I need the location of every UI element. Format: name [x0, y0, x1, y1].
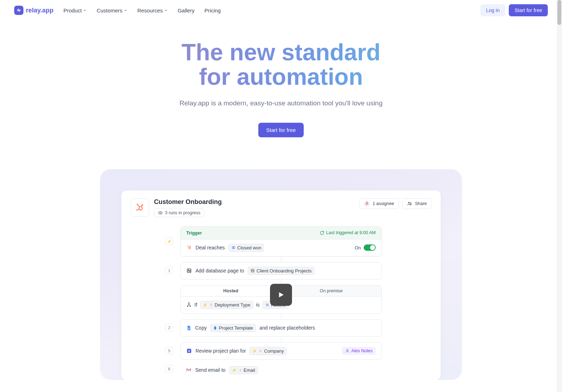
play-icon	[277, 291, 285, 299]
field-chip: ⚡ Deployment Type	[200, 301, 253, 309]
check-icon	[186, 348, 192, 354]
status-icon	[231, 245, 236, 250]
hubspot-icon	[258, 349, 262, 353]
nav-pricing[interactable]: Pricing	[204, 7, 221, 13]
template-chip: Project Template	[210, 324, 256, 332]
trigger-toggle[interactable]	[364, 244, 376, 251]
notion-icon	[186, 268, 192, 274]
svg-point-38	[347, 349, 348, 351]
step-6: 6 Send email to ⚡ Email	[180, 362, 382, 376]
logo-icon	[14, 6, 23, 15]
nav-product[interactable]: Product	[64, 7, 87, 13]
svg-line-37	[259, 350, 260, 351]
runs-badge[interactable]: 3 runs in progress	[154, 209, 204, 217]
tab-onpremise[interactable]: On premise	[281, 286, 381, 296]
step-number: 1	[165, 267, 173, 275]
scrollbar-thumb[interactable]	[557, 0, 561, 25]
step-card[interactable]: Review project plan for ⚡ Company Alex N…	[180, 342, 382, 360]
assignee-pill[interactable]: A 1 assignee	[359, 198, 398, 209]
step-2: 2 Copy Project Template and replace plac…	[180, 319, 382, 337]
chevron-down-icon	[83, 9, 87, 12]
nav-customers[interactable]: Customers	[97, 7, 127, 13]
svg-point-36	[261, 350, 261, 350]
hubspot-icon	[186, 245, 192, 250]
hero: The new standard for automation Relay.ap…	[0, 21, 562, 151]
svg-point-23	[190, 306, 191, 307]
runs-icon	[158, 210, 163, 215]
bolt-icon: ⚡	[203, 303, 207, 307]
svg-rect-32	[188, 328, 190, 328]
step-marker-bolt: ⚡	[165, 237, 173, 245]
play-button[interactable]	[270, 284, 292, 306]
svg-point-10	[408, 202, 409, 203]
svg-rect-29	[266, 304, 269, 305]
nav-right: Log in Start for free	[480, 4, 548, 16]
svg-rect-30	[266, 305, 269, 306]
trigger-card[interactable]: Trigger Last triggered at 9:00 AM Deal r…	[180, 226, 382, 256]
email-chip: ⚡ Email	[229, 366, 258, 374]
tab-hosted[interactable]: Hosted	[181, 286, 281, 296]
branch-icon	[186, 302, 192, 308]
toggle-label: On	[355, 245, 361, 250]
trigger-step: ⚡ Trigger Last triggered at 9:00 AM Deal…	[180, 226, 382, 256]
gmail-icon	[186, 367, 192, 373]
trigger-label: Trigger	[186, 230, 202, 236]
scrollbar[interactable]	[557, 0, 562, 380]
closed-won-chip: Closed won	[228, 244, 264, 252]
svg-point-14	[189, 247, 191, 249]
workflow-title: Customer Onboarding	[154, 198, 222, 206]
navbar: relay.app Product Customers Resources Ga…	[0, 0, 562, 21]
svg-line-15	[188, 246, 189, 247]
start-free-button[interactable]: Start for free	[509, 4, 548, 16]
svg-line-16	[190, 246, 191, 247]
nav-left: relay.app Product Customers Resources Ga…	[14, 6, 221, 15]
assignee-avatar: A	[364, 201, 370, 206]
svg-point-39	[240, 370, 241, 371]
svg-line-27	[210, 304, 211, 305]
step-card[interactable]: Copy Project Template and replace placeh…	[180, 319, 382, 337]
video-preview: Customer Onboarding 3 runs in progress A…	[100, 169, 462, 380]
workflow-app-icon	[131, 198, 149, 217]
refresh-icon	[320, 231, 324, 235]
google-docs-icon	[186, 325, 192, 331]
step-assignee[interactable]: Alex Noles	[342, 347, 376, 355]
list-icon	[265, 303, 269, 307]
bolt-icon: ⚡	[252, 349, 257, 353]
step-card[interactable]: Send email to ⚡ Email	[180, 362, 382, 376]
svg-marker-0	[279, 292, 284, 297]
hubspot-icon	[209, 303, 213, 307]
chevron-down-icon	[164, 9, 168, 12]
hero-subtitle: Relay.app is a modern, easy-to-use autom…	[7, 99, 555, 107]
step-number: 2	[165, 324, 173, 332]
svg-point-40	[241, 369, 241, 369]
step-number: 6	[165, 365, 173, 373]
notion-icon	[250, 269, 255, 273]
svg-point-21	[189, 303, 189, 303]
step-number: 5	[165, 347, 173, 355]
step-1: 1 Add database page to Client Onboarding…	[180, 262, 382, 280]
last-triggered: Last triggered at 9:00 AM	[320, 230, 376, 235]
share-button[interactable]: Share	[402, 198, 431, 209]
nav-gallery[interactable]: Gallery	[178, 7, 195, 13]
db-chip: Client Onboarding Projects	[248, 267, 314, 275]
svg-rect-33	[188, 329, 189, 329]
step-card[interactable]: Add database page to Client Onboarding P…	[180, 262, 382, 280]
svg-line-7	[137, 209, 139, 210]
share-icon	[407, 201, 412, 206]
step-5: 5 Review project plan for ⚡ Company Alex…	[180, 342, 382, 360]
svg-rect-31	[188, 327, 190, 328]
login-button[interactable]: Log in	[480, 4, 505, 16]
nav-links: Product Customers Resources Gallery Pric…	[64, 7, 221, 13]
logo[interactable]: relay.app	[14, 6, 54, 15]
hero-cta-button[interactable]: Start for free	[258, 123, 303, 137]
svg-line-5	[137, 204, 140, 207]
svg-rect-28	[266, 304, 269, 304]
nav-resources[interactable]: Resources	[137, 7, 168, 13]
hubspot-icon	[135, 203, 145, 212]
svg-point-25	[211, 304, 212, 304]
hubspot-icon	[238, 368, 242, 372]
bolt-icon: ⚡	[232, 368, 236, 372]
person-icon	[345, 349, 349, 353]
svg-rect-18	[233, 247, 234, 249]
chevron-down-icon	[124, 9, 127, 12]
